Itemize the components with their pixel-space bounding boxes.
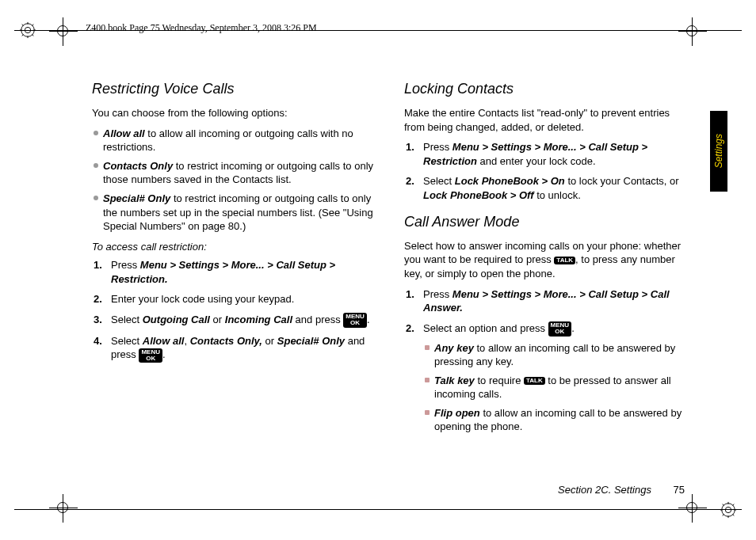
list-item: Any key to allow an incoming call to be …	[423, 341, 693, 369]
option-list: Allow all to allow all incoming or outgo…	[92, 127, 380, 234]
step-item: Select Outgoing Call or Incoming Call an…	[94, 313, 380, 328]
heading-locking: Locking Contacts	[404, 79, 693, 98]
svg-line-16	[723, 504, 724, 506]
menu-ok-key-icon: MENUOK	[139, 348, 162, 363]
list-item: Special# Only to restrict incoming or ou…	[92, 192, 380, 234]
menu-ok-key-icon: MENUOK	[548, 321, 572, 337]
talk-key-icon: TALK	[554, 257, 575, 264]
page-footer: Section 2C. Settings 75	[558, 484, 685, 496]
footer-section: Section 2C. Settings	[558, 484, 651, 496]
gear-icon	[19, 21, 36, 39]
section-tab-label: Settings	[713, 134, 724, 168]
steps-caption: To access call restriction:	[92, 240, 380, 254]
list-item: Flip open to allow an incoming call to b…	[423, 406, 693, 434]
page-body: Restricting Voice Calls You can choose f…	[92, 79, 693, 477]
svg-line-7	[32, 35, 34, 36]
list-item: Allow all to allow all incoming or outgo…	[92, 127, 380, 154]
page-meta-header: Z400.book Page 75 Wednesday, September 3…	[86, 22, 317, 34]
step-item: Select Allow all, Contacts Only, or Spec…	[94, 334, 380, 363]
crop-mark-tl	[49, 17, 78, 46]
step-item: Press Menu > Settings > More... > Call S…	[406, 140, 693, 168]
bottom-rule	[14, 509, 742, 510]
step-item: Press Menu > Settings > More... > Call S…	[94, 258, 380, 286]
svg-line-17	[733, 515, 735, 516]
intro-text: You can choose from the following option…	[92, 106, 380, 120]
svg-line-19	[723, 515, 724, 516]
step-item: Select Lock PhoneBook > On to lock your …	[406, 174, 693, 202]
heading-restricting: Restricting Voice Calls	[92, 79, 380, 98]
talk-key-icon: TALK	[524, 377, 545, 385]
intro-text: Select how to answer incoming calls on y…	[404, 239, 693, 281]
svg-line-6	[22, 25, 24, 26]
svg-line-9	[22, 35, 24, 36]
menu-ok-key-icon: MENUOK	[343, 313, 367, 328]
heading-answer-mode: Call Answer Mode	[404, 212, 693, 231]
svg-point-1	[25, 27, 30, 32]
step-list: Press Menu > Settings > More... > Call S…	[94, 258, 380, 363]
step-list: Press Menu > Settings > More... > Call S…	[406, 140, 693, 202]
intro-text: Make the entire Contacts list "read-only…	[404, 106, 693, 134]
svg-point-11	[725, 507, 731, 512]
crop-mark-bl	[49, 494, 78, 523]
left-column: Restricting Voice Calls You can choose f…	[92, 79, 380, 477]
step-item: Enter your lock code using your keypad.	[94, 292, 380, 306]
list-item: Contacts Only to restrict incoming or ou…	[92, 159, 380, 187]
sub-option-list: Any key to allow an incoming call to be …	[423, 341, 693, 434]
step-item: Select an option and press MENUOK. Any k…	[406, 321, 693, 434]
svg-line-18	[733, 504, 735, 506]
svg-line-8	[32, 25, 34, 26]
step-list: Press Menu > Settings > More... > Call S…	[406, 287, 693, 434]
crop-mark-tr	[678, 17, 707, 46]
list-item: Talk key to require TALK to be pressed t…	[423, 374, 693, 401]
gear-icon	[720, 501, 737, 519]
crop-mark-br	[678, 494, 707, 523]
right-column: Locking Contacts Make the entire Contact…	[404, 79, 693, 477]
section-tab: Settings	[710, 111, 727, 192]
step-item: Press Menu > Settings > More... > Call S…	[406, 287, 693, 315]
footer-page-number: 75	[674, 484, 685, 496]
